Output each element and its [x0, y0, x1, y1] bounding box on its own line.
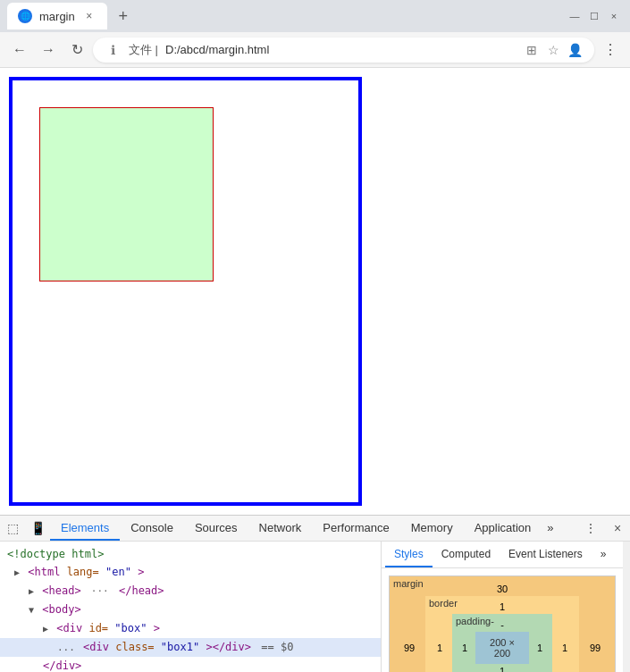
tree-line-doctype: <!doctype html>	[0, 545, 381, 563]
tree-line-body: ▼ <body>	[0, 601, 381, 619]
tab-favicon: 🌐	[18, 9, 32, 23]
padding-right-value[interactable]: 1	[533, 643, 547, 653]
border-left-value[interactable]: 1	[431, 614, 449, 672]
window-controls: — ☐ ×	[566, 7, 623, 25]
tab-console[interactable]: Console	[120, 516, 184, 541]
address-icons: ⊞ ☆ 👤	[523, 41, 584, 59]
profile-icon[interactable]: 👤	[566, 41, 584, 59]
maximize-button[interactable]: ☐	[585, 7, 603, 25]
tab-close-button[interactable]: ×	[82, 9, 97, 23]
box-content[interactable]: 200 × 200	[475, 632, 529, 664]
tab-sources[interactable]: Sources	[184, 516, 248, 541]
page-content	[0, 68, 630, 515]
browser-window: 🌐 margin × + — ☐ × ← → ↻ ℹ 文件 | D:/abcd/…	[0, 0, 630, 672]
padding-left-value[interactable]: 1	[458, 643, 472, 653]
browser-menu-button[interactable]: ⋮	[598, 38, 623, 63]
new-tab-button[interactable]: +	[111, 4, 136, 29]
devtools-actions: ⋮ ×	[578, 516, 630, 541]
subtab-styles[interactable]: Styles	[385, 542, 433, 567]
tab-memory[interactable]: Memory	[400, 516, 464, 541]
margin-label: margin	[393, 578, 424, 589]
scrollbar[interactable]	[623, 542, 630, 672]
outer-box	[9, 77, 362, 506]
tree-line-div-box: ▶ <div id= "box" >	[0, 619, 381, 638]
devtools-subtabs: Styles Computed Event Listeners »	[382, 542, 623, 568]
address-bar: ← → ↻ ℹ 文件 | D:/abcd/margin.html ⊞ ☆ 👤 ⋮	[0, 32, 630, 68]
padding-bottom-value[interactable]: 1	[458, 666, 547, 672]
browser-tab[interactable]: 🌐 margin ×	[7, 3, 107, 29]
right-panel-content: margin 30 99	[382, 568, 623, 672]
tab-title: margin	[39, 10, 75, 23]
border-middle-row: 1 padding- -	[431, 614, 574, 672]
padding-middle-row: 1 200 × 200	[458, 632, 547, 664]
devtools-toolbar: ⬚ 📱 Elements Console Sources Network Per…	[0, 516, 630, 542]
devtools-more-button[interactable]: ⋮	[578, 516, 603, 541]
margin-top-value[interactable]: 30	[397, 584, 608, 594]
box-border: border 1 1	[425, 596, 579, 672]
viewport: ⬚ 📱 Elements Console Sources Network Per…	[0, 68, 630, 672]
triangle-icon[interactable]: ▶	[14, 567, 20, 577]
tree-line-div-close: </div>	[0, 657, 381, 672]
triangle-icon[interactable]: ▶	[29, 586, 34, 596]
right-panel: Styles Computed Event Listeners » margin	[382, 542, 623, 672]
triangle-icon[interactable]: ▶	[43, 624, 48, 634]
border-label: border	[429, 598, 458, 609]
bookmark-icon[interactable]: ☆	[544, 41, 562, 59]
margin-left-value[interactable]: 99	[397, 596, 422, 672]
tree-line-head: ▶ <head> ··· </head>	[0, 582, 381, 601]
info-icon: ℹ	[104, 41, 122, 59]
minimize-button[interactable]: —	[566, 7, 584, 25]
subtab-computed[interactable]: Computed	[433, 542, 500, 567]
address-prefix: 文件 |	[129, 42, 158, 58]
devtools-close-button[interactable]: ×	[605, 516, 630, 541]
box-margin: margin 30 99	[390, 576, 615, 672]
address-input[interactable]: ℹ 文件 | D:/abcd/margin.html ⊞ ☆ 👤	[93, 38, 594, 63]
tab-application[interactable]: Application	[464, 516, 542, 541]
html-tree-panel: <!doctype html> ▶ <html lang= "en" > ▶ <…	[0, 542, 382, 672]
forward-button[interactable]: →	[36, 38, 61, 63]
box-model-diagram: margin 30 99	[389, 575, 616, 672]
margin-right-value[interactable]: 99	[583, 596, 608, 672]
address-text: D:/abcd/margin.html	[165, 43, 516, 56]
tab-elements[interactable]: Elements	[50, 516, 120, 541]
padding-label: padding-	[456, 616, 494, 626]
close-window-button[interactable]: ×	[605, 7, 623, 25]
translate-icon[interactable]: ⊞	[523, 41, 541, 59]
border-right-value[interactable]: 1	[556, 614, 574, 672]
title-bar: 🌐 margin × + — ☐ ×	[0, 0, 630, 32]
subtab-more[interactable]: »	[592, 542, 616, 567]
box-padding: padding- -	[452, 614, 552, 672]
tree-line-div-box1[interactable]: ... <div class= "box1" ></div> == $0	[0, 638, 381, 657]
subtab-event-listeners[interactable]: Event Listeners	[500, 542, 592, 567]
tab-network[interactable]: Network	[248, 516, 313, 541]
refresh-button[interactable]: ↻	[64, 38, 89, 63]
inner-box	[39, 107, 214, 281]
devtools-panel: ⬚ 📱 Elements Console Sources Network Per…	[0, 515, 630, 672]
triangle-icon[interactable]: ▼	[29, 605, 34, 615]
back-button[interactable]: ←	[7, 38, 32, 63]
devtools-content: <!doctype html> ▶ <html lang= "en" > ▶ <…	[0, 542, 630, 672]
margin-middle-row: 99 border 1	[397, 596, 608, 672]
tab-more[interactable]: »	[542, 516, 559, 541]
device-toolbar-button[interactable]: 📱	[25, 516, 50, 541]
tab-performance[interactable]: Performance	[312, 516, 399, 541]
devtools-tabs: Elements Console Sources Network Perform…	[50, 516, 578, 541]
inspect-element-button[interactable]: ⬚	[0, 516, 25, 541]
tree-line-html: ▶ <html lang= "en" >	[0, 563, 381, 582]
